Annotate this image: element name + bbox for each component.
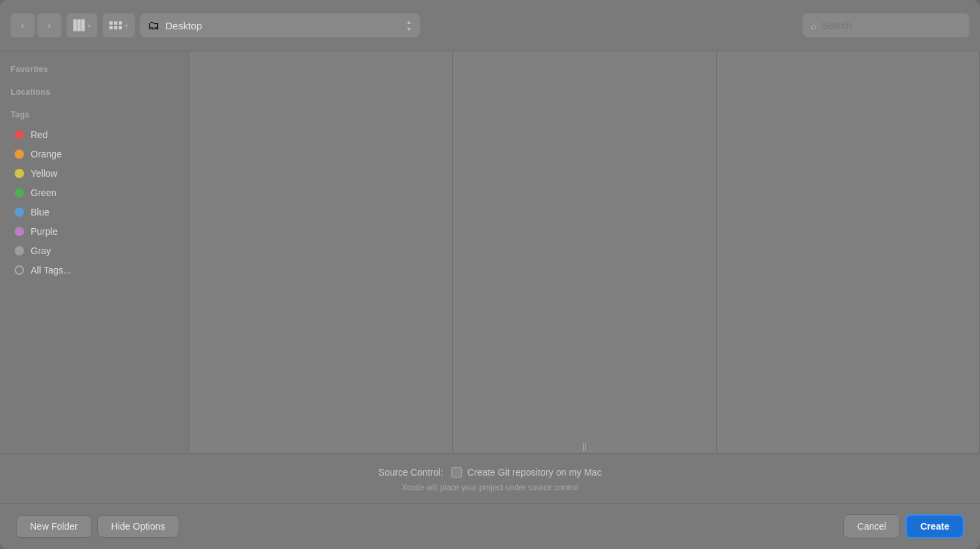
options-area: Source Control: Create Git repository on…	[0, 453, 980, 503]
file-browser: ||	[189, 51, 980, 453]
main-content: Favorites Locations Tags RedOrangeYellow…	[0, 51, 980, 453]
checkbox-container: Create Git repository on my Mac	[451, 467, 602, 478]
source-control-label: Source Control:	[379, 467, 443, 478]
search-input[interactable]	[822, 20, 961, 31]
git-sublabel: Xcode will place your project under sour…	[402, 483, 579, 492]
tag-item-purple[interactable]: Purple	[4, 222, 185, 241]
tags-heading: Tags	[0, 107, 189, 125]
tag-item-gray[interactable]: Gray	[4, 241, 185, 260]
tag-dot-yellow	[15, 169, 24, 178]
tag-label-orange: Orange	[31, 149, 62, 159]
grid-view-icon	[109, 21, 122, 29]
tag-dot-gray	[15, 246, 24, 255]
cancel-button[interactable]: Cancel	[843, 514, 901, 538]
tag-dot-blue	[15, 207, 24, 217]
forward-button[interactable]: ›	[37, 13, 61, 37]
location-bar[interactable]: 🗂 Desktop ▲ ▼	[140, 13, 420, 37]
divider-handle[interactable]: ||	[575, 440, 595, 453]
column-view-icon	[73, 19, 85, 31]
action-bar: New Folder Hide Options Cancel Create	[0, 503, 980, 549]
browser-column-2[interactable]	[453, 51, 716, 453]
tags-list: RedOrangeYellowGreenBluePurpleGray	[0, 125, 189, 260]
browser-column-1[interactable]	[189, 51, 453, 453]
search-icon: ⌕	[811, 20, 817, 31]
file-dialog: ‹ › ▾ ▾ 🗂 Desktop ▲ ▼ ⌕	[0, 0, 980, 549]
tag-label-blue: Blue	[31, 207, 49, 217]
hide-options-button[interactable]: Hide Options	[97, 515, 179, 538]
tag-item-yellow[interactable]: Yellow	[4, 164, 185, 183]
tag-dot-green	[15, 188, 24, 197]
tag-item-orange[interactable]: Orange	[4, 145, 185, 163]
favorites-heading: Favorites	[0, 62, 189, 79]
tag-item-red[interactable]: Red	[4, 125, 185, 144]
chevron-down-icon: ▾	[87, 22, 91, 29]
browser-column-3[interactable]	[717, 51, 980, 453]
tag-dot-purple	[15, 227, 24, 236]
tag-item-green[interactable]: Green	[4, 183, 185, 202]
tag-label-green: Green	[31, 187, 57, 198]
search-bar[interactable]: ⌕	[803, 13, 969, 37]
sidebar: Favorites Locations Tags RedOrangeYellow…	[0, 51, 189, 453]
git-checkbox[interactable]	[451, 467, 462, 478]
all-tags-icon	[15, 265, 24, 275]
source-control-row: Source Control: Create Git repository on…	[379, 467, 602, 478]
tag-label-gray: Gray	[31, 245, 51, 256]
grid-view-button[interactable]: ▾	[103, 13, 135, 37]
tag-label-red: Red	[31, 129, 48, 140]
all-tags-label: All Tags...	[31, 265, 71, 276]
all-tags-item[interactable]: All Tags...	[4, 261, 185, 280]
tag-label-purple: Purple	[31, 226, 57, 237]
create-button[interactable]: Create	[905, 514, 964, 538]
folder-icon: 🗂	[148, 19, 160, 33]
tag-dot-red	[15, 130, 24, 139]
tag-item-blue[interactable]: Blue	[4, 203, 185, 221]
git-checkbox-label: Create Git repository on my Mac	[467, 467, 602, 478]
new-folder-button[interactable]: New Folder	[16, 515, 92, 538]
toolbar: ‹ › ▾ ▾ 🗂 Desktop ▲ ▼ ⌕	[0, 0, 980, 51]
back-button[interactable]: ‹	[11, 13, 35, 37]
left-buttons: New Folder Hide Options	[16, 515, 179, 538]
column-view-button[interactable]: ▾	[67, 13, 97, 37]
right-buttons: Cancel Create	[843, 514, 964, 538]
chevron-down-icon-2: ▾	[125, 22, 128, 29]
tag-label-yellow: Yellow	[31, 168, 57, 179]
nav-buttons: ‹ ›	[11, 13, 61, 37]
tag-dot-orange	[15, 149, 24, 159]
locations-heading: Locations	[0, 85, 189, 102]
location-stepper[interactable]: ▲ ▼	[406, 19, 412, 33]
location-text: Desktop	[165, 20, 401, 31]
